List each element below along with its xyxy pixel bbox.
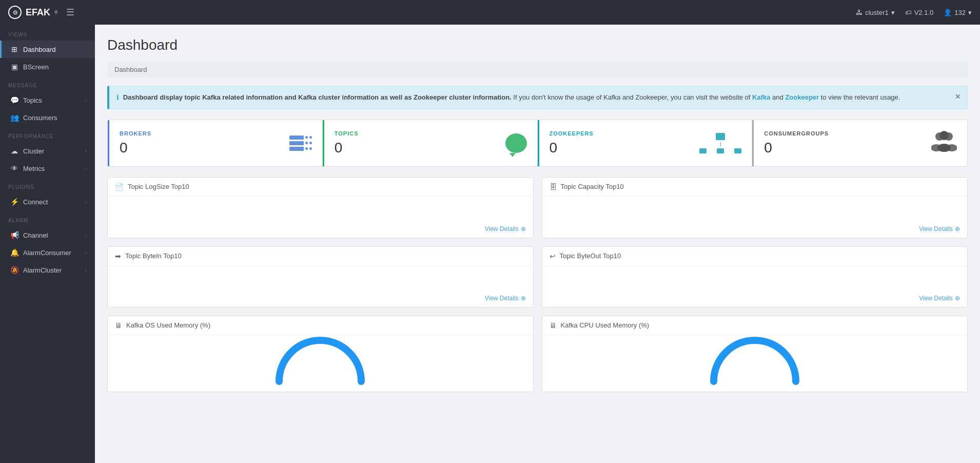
breadcrumb: Dashboard [107,62,968,78]
kafka-link[interactable]: Kafka [752,93,770,101]
osmem-title: Kafka OS Used Memory (%) [126,321,210,329]
sidebar-item-bscreen[interactable]: ▣ BScreen [0,58,95,75]
svg-point-5 [937,144,951,152]
sidebar-label-bscreen: BScreen [23,63,49,71]
sidebar-item-cluster[interactable]: ☁ Cluster › [0,142,95,160]
topics-icon-graphic [505,133,527,153]
sidebar-section-alarm: ALARM [0,210,95,226]
cluster-selector[interactable]: 🖧 cluster1 ▾ [856,9,895,16]
brand-name: EFAK [26,7,50,18]
chart-byteout: ↩ Topic ByteOut Top10 View Details ⊕ [542,246,968,307]
dashboard-icon: ⊞ [10,45,19,53]
cpumem-title: Kafka CPU Used Memory (%) [561,321,650,329]
metrics-icon: 👁 [10,164,19,172]
chart-cpu-memory: 🖥 Kafka CPU Used Memory (%) [542,316,968,392]
sidebar-label-connect: Connect [23,198,48,206]
bytein-view-details[interactable]: View Details ⊕ [485,295,526,302]
charts-row-1: 📄 Topic LogSize Top10 View Details ⊕ 🗄 T… [107,177,968,238]
chart-bytein: ➡ Topic ByteIn Top10 View Details ⊕ [107,246,534,307]
info-text-2: and [772,93,785,101]
content-area: Dashboard Dashboard ℹ Dashboard display … [95,25,980,463]
byteout-title: Topic ByteOut Top10 [560,252,621,260]
sidebar-item-connect[interactable]: ⚡ Connect › [0,193,95,210]
topbar: ⊙ EFAK ® ☰ 🖧 cluster1 ▾ 🏷 V2.1.0 👤 132 ▾ [0,0,980,25]
sidebar-section-views: VIEWS [0,25,95,41]
stat-card-consumergroups: CONSUMERGROUPS 0 [752,120,967,166]
view-details-icon-4: ⊕ [955,295,960,302]
chart-os-memory: 🖥 Kafka OS Used Memory (%) [107,316,534,392]
version-label: V2.1.0 [914,9,934,16]
chart-topic-capacity: 🗄 Topic Capacity Top10 View Details ⊕ [542,177,968,238]
view-details-icon-2: ⊕ [955,225,960,233]
cluster-chevron: ▾ [891,9,895,16]
topics-icon: 💬 [10,96,19,104]
brokers-icon [289,136,312,151]
brand-circle: ⊙ [8,6,22,19]
brokers-value: 0 [120,140,151,156]
zookeepers-value: 0 [550,140,594,156]
info-text-1: If you don't know the usage of Kafka and… [513,93,752,101]
topics-stat-label: TOPICS [335,130,359,137]
connect-chevron: › [85,199,87,205]
version-badge: 🏷 V2.1.0 [905,9,934,16]
sidebar-item-channel[interactable]: 📢 Channel › [0,226,95,244]
byteout-view-details[interactable]: View Details ⊕ [919,295,960,302]
topbar-right: 🖧 cluster1 ▾ 🏷 V2.1.0 👤 132 ▾ [856,9,972,16]
cluster-chevron: › [85,148,87,154]
sidebar-section-message: MESSAGE [0,75,95,91]
sidebar-item-consumers[interactable]: 👥 Consumers [0,109,95,126]
info-text-3: to view the relevant usage. [821,93,900,101]
logsize-view-details[interactable]: View Details ⊕ [485,225,526,233]
consumers-icon: 👥 [10,113,19,122]
zookeeper-link[interactable]: Zookeeper [785,93,819,101]
cluster-icon: ☁ [10,147,19,155]
alarmcluster-icon: 🔕 [10,266,19,274]
topics-value: 0 [335,140,359,156]
sidebar-label-metrics: Metrics [23,165,45,172]
sidebar-label-channel: Channel [23,232,48,239]
sidebar-item-dashboard[interactable]: ⊞ Dashboard [0,41,95,58]
bscreen-icon: ▣ [10,63,19,71]
capacity-title: Topic Capacity Top10 [561,183,624,190]
zookeepers-icon [699,133,741,153]
info-banner-close[interactable]: ✕ [955,91,961,102]
sidebar-item-alarmcluster[interactable]: 🔕 AlarmCluster › [0,261,95,279]
capacity-view-details[interactable]: View Details ⊕ [919,225,960,233]
alarmcluster-chevron: › [85,267,87,273]
logsize-title: Topic LogSize Top10 [128,183,189,190]
sidebar-item-topics[interactable]: 💬 Topics › [0,91,95,109]
stat-card-topics: TOPICS 0 [323,120,538,166]
channel-icon: 📢 [10,231,19,239]
sidebar-section-performance: PERFORMANCE [0,126,95,142]
view-details-icon: ⊕ [521,225,526,233]
chart-topic-logsize: 📄 Topic LogSize Top10 View Details ⊕ [107,177,534,238]
flag-icon: 🏷 [905,9,912,16]
info-bold-text: Dashboard display topic Kafka related in… [123,93,512,101]
alarmconsumer-icon: 🔔 [10,248,19,257]
stats-row: BROKERS 0 [107,120,968,167]
sidebar-item-alarmconsumer[interactable]: 🔔 AlarmConsumer › [0,244,95,261]
user-count[interactable]: 👤 132 ▾ [944,9,972,16]
bytein-title: Topic ByteIn Top10 [125,252,182,260]
sidebar-label-alarmconsumer: AlarmConsumer [23,249,71,257]
charts-row-2: ➡ Topic ByteIn Top10 View Details ⊕ ↩ To… [107,246,968,307]
osmem-gauge [108,335,533,392]
hamburger-button[interactable]: ☰ [66,7,74,18]
sidebar-label-cluster: Cluster [23,147,44,155]
user-count-label: 132 [954,9,966,16]
consumergroups-label: CONSUMERGROUPS [764,130,829,137]
connect-icon: ⚡ [10,198,19,206]
info-icon: ℹ [116,93,119,101]
topics-chevron: › [85,98,87,103]
svg-point-2 [939,131,949,140]
brokers-label: BROKERS [120,130,151,137]
osmem-header-icon: 🖥 [115,321,122,330]
logsize-header-icon: 📄 [115,183,124,191]
sidebar-label-alarmcluster: AlarmCluster [23,266,62,274]
sidebar-item-metrics[interactable]: 👁 Metrics › [0,160,95,177]
charts-row-3: 🖥 Kafka OS Used Memory (%) 🖥 Kafka CPU U… [107,316,968,392]
consumergroups-value: 0 [764,140,829,156]
sidebar-label-dashboard: Dashboard [23,46,56,53]
alarmconsumer-chevron: › [85,250,87,256]
zookeepers-label: ZOOKEEPERS [550,130,594,137]
